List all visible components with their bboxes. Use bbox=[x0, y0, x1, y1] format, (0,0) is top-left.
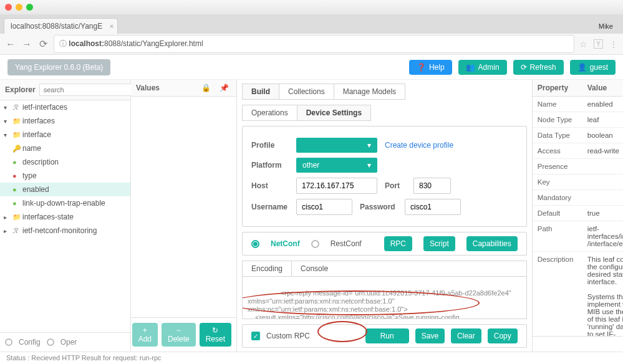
tab-collections[interactable]: Collections bbox=[279, 84, 334, 99]
device-settings-form: Profile ▾ Create device profile Platform… bbox=[242, 126, 527, 227]
property-row: Mandatory bbox=[533, 190, 623, 206]
port-label: Port bbox=[385, 181, 406, 190]
tab-build[interactable]: Build bbox=[243, 84, 279, 99]
app-brand: Yang Explorer 0.6.0 (Beta) bbox=[7, 59, 110, 75]
tree-label: interfaces bbox=[22, 117, 55, 125]
property-key: Access bbox=[533, 143, 582, 158]
property-row: DescriptionThis leaf contains the config… bbox=[533, 252, 623, 336]
clear-button[interactable]: Clear bbox=[451, 328, 481, 343]
url-input[interactable]: ⓘ localhost:8088/static/YangExplorer.htm… bbox=[54, 35, 574, 53]
tree-node[interactable]: ●enabled bbox=[0, 183, 130, 196]
password-input[interactable] bbox=[405, 199, 461, 215]
lock-icon[interactable]: 🔒 bbox=[199, 84, 213, 92]
netconf-radio[interactable] bbox=[251, 240, 259, 248]
tree-node[interactable]: ●link-up-down-trap-enable bbox=[0, 196, 130, 210]
oper-label: Oper bbox=[60, 338, 77, 347]
minimize-dot-icon[interactable] bbox=[16, 4, 22, 11]
tree-node[interactable]: ●type bbox=[0, 169, 130, 183]
host-label: Host bbox=[251, 181, 289, 190]
config-radio[interactable] bbox=[5, 338, 12, 346]
tree-label: name bbox=[22, 144, 41, 153]
pin-icon[interactable]: 📌 bbox=[217, 84, 231, 92]
folder-icon: 📁 bbox=[12, 213, 20, 221]
property-row: Defaulttrue bbox=[533, 206, 623, 221]
console-panel: Encoding Console <rpc-reply message-id="… bbox=[242, 261, 527, 319]
maximize-dot-icon[interactable] bbox=[26, 4, 33, 11]
extension-icon[interactable]: Y bbox=[594, 39, 603, 49]
property-row: Accessread-write bbox=[533, 143, 623, 159]
leafg-icon: ● bbox=[12, 199, 20, 207]
script-button[interactable]: Script bbox=[423, 236, 455, 251]
delete-button[interactable]: − Delete bbox=[162, 323, 196, 347]
protocol-row: NetConf RestConf RPC Script Capabilities bbox=[242, 232, 527, 256]
browser-addressbar: ← → ⟳ ⓘ localhost:8088/static/YangExplor… bbox=[0, 34, 623, 55]
explorer-header: Explorer bbox=[5, 85, 36, 94]
property-value: boolean bbox=[582, 128, 623, 143]
copy-button[interactable]: Copy bbox=[488, 328, 518, 343]
profile-name[interactable]: Mike bbox=[592, 19, 619, 34]
tree-node[interactable]: 🔑name bbox=[0, 141, 130, 155]
host-input[interactable] bbox=[296, 178, 377, 194]
admin-button[interactable]: 👥Admin bbox=[458, 60, 507, 75]
reload-icon[interactable]: ⟳ bbox=[37, 38, 49, 50]
folder-icon: 📁 bbox=[12, 131, 20, 139]
tree-node[interactable]: ▾📁interface bbox=[0, 128, 130, 141]
help-button[interactable]: ❓Help bbox=[409, 60, 452, 75]
refresh-icon: ⟳ bbox=[521, 63, 527, 72]
create-profile-link[interactable]: Create device profile bbox=[385, 141, 453, 150]
tree-label: interface bbox=[22, 130, 51, 139]
tree-node[interactable]: ▾ℛietf-interfaces bbox=[0, 100, 130, 114]
tab-device-settings[interactable]: Device Settings bbox=[297, 105, 370, 120]
guest-button[interactable]: 👤guest bbox=[570, 60, 616, 75]
tab-operations[interactable]: Operations bbox=[243, 105, 297, 120]
tree-label: interfaces-state bbox=[22, 213, 74, 221]
refresh-button[interactable]: ⟳Refresh bbox=[513, 60, 564, 75]
run-button[interactable]: Run bbox=[365, 328, 409, 343]
property-value: This leaf contains the configured, desir… bbox=[582, 252, 623, 336]
oper-radio[interactable] bbox=[47, 338, 54, 346]
tree-node[interactable]: ▾📁interfaces bbox=[0, 114, 130, 128]
R-icon: ℛ bbox=[12, 227, 20, 235]
custom-rpc-checkbox[interactable]: ✓ bbox=[251, 332, 260, 340]
tree-node[interactable]: ●description bbox=[0, 155, 130, 169]
add-button[interactable]: + Add bbox=[132, 323, 158, 347]
property-key: Data Type bbox=[533, 128, 582, 143]
tab-manage-models[interactable]: Manage Models bbox=[334, 84, 405, 99]
close-dot-icon[interactable] bbox=[5, 4, 12, 11]
explorer-search-input[interactable] bbox=[39, 84, 134, 96]
password-label: Password bbox=[360, 203, 397, 211]
reset-button[interactable]: ↻ Reset bbox=[200, 323, 231, 347]
property-key: Presence bbox=[533, 159, 582, 174]
port-input[interactable] bbox=[413, 178, 451, 194]
forward-icon[interactable]: → bbox=[21, 39, 32, 50]
tab-console[interactable]: Console bbox=[292, 261, 337, 276]
rpc-button[interactable]: RPC bbox=[384, 236, 412, 251]
profile-select[interactable]: ▾ bbox=[296, 138, 377, 153]
property-row: Node Typeleaf bbox=[533, 112, 623, 128]
property-row: Key bbox=[533, 175, 623, 190]
chevron-down-icon: ▾ bbox=[367, 141, 371, 150]
property-row: Presence bbox=[533, 159, 623, 175]
property-value: ietf-interfaces/interfaces/interface/ena… bbox=[582, 221, 623, 251]
browser-tab[interactable]: localhost:8088/static/YangE × bbox=[4, 18, 118, 34]
close-tab-icon[interactable]: × bbox=[110, 22, 113, 30]
model-tree[interactable]: ▾ℛietf-interfaces▾📁interfaces▾📁interface… bbox=[0, 100, 130, 332]
menu-icon[interactable]: ⋮ bbox=[609, 39, 618, 49]
tab-encoding[interactable]: Encoding bbox=[243, 261, 292, 276]
console-output[interactable]: <rpc-reply message-id="urn:uuid:1c492015… bbox=[243, 277, 526, 318]
tree-node[interactable]: ▸ℛietf-netconf-monitoring bbox=[0, 224, 130, 237]
username-input[interactable] bbox=[296, 199, 352, 215]
window-titlebar bbox=[0, 0, 623, 15]
property-key: Mandatory bbox=[533, 190, 582, 205]
tree-label: description bbox=[22, 158, 59, 166]
R-icon: ℛ bbox=[12, 103, 20, 112]
star-icon[interactable]: ☆ bbox=[579, 39, 587, 49]
back-icon[interactable]: ← bbox=[5, 39, 16, 50]
platform-select[interactable]: other▾ bbox=[296, 158, 377, 173]
property-key: Name bbox=[533, 97, 582, 112]
tree-node[interactable]: ▸📁interfaces-state bbox=[0, 210, 130, 224]
save-button[interactable]: Save bbox=[415, 328, 445, 343]
values-panel: Values 🔒 📌 + Add − Delete ↻ Reset bbox=[131, 80, 237, 352]
restconf-radio[interactable] bbox=[311, 240, 319, 248]
capabilities-button[interactable]: Capabilities bbox=[466, 236, 518, 251]
